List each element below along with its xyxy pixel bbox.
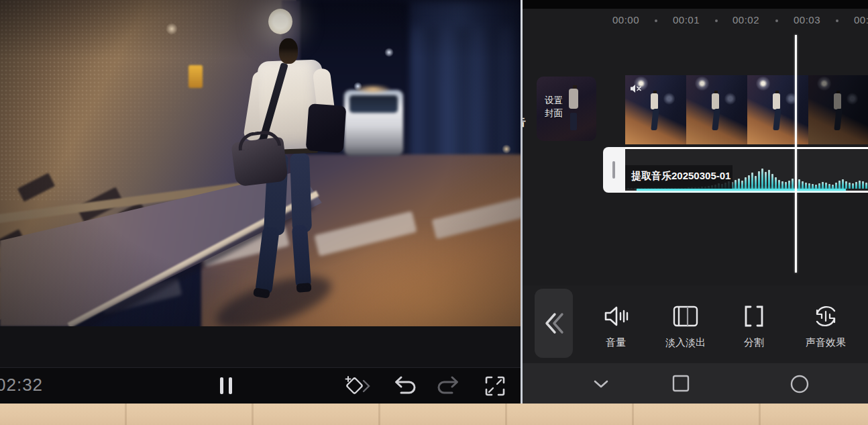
sound-effects-icon	[812, 302, 840, 330]
video-thumbnail	[686, 75, 747, 144]
scene-light	[502, 144, 511, 154]
circle-icon	[790, 374, 810, 394]
video-track-clip[interactable]	[625, 75, 868, 144]
waveform-baseline	[637, 189, 846, 191]
scene-wall-texture	[0, 0, 228, 201]
set-cover-button[interactable]: 设置 封面	[537, 77, 596, 141]
undo-icon	[392, 374, 417, 398]
nav-back-chevron-button[interactable]	[591, 374, 611, 393]
set-cover-label: 设置 封面	[545, 94, 563, 120]
chevron-down-icon	[591, 374, 611, 393]
ruler-tick-label: 00:00	[606, 14, 646, 26]
audio-clip-selected[interactable]: 提取音乐20250305-01	[603, 147, 868, 193]
ruler-dot	[775, 19, 778, 22]
split-icon	[740, 302, 768, 330]
volume-button[interactable]: 音量	[584, 285, 648, 363]
panel-top-strip	[523, 0, 868, 9]
man-bag-dark	[306, 103, 347, 153]
ruler-dot	[715, 19, 718, 22]
square-icon	[671, 374, 690, 393]
sound-effects-button[interactable]: 声音效果	[794, 285, 858, 363]
fullscreen-button[interactable]	[483, 374, 507, 398]
nav-recents-button[interactable]	[671, 374, 690, 393]
clip-trim-handle-left[interactable]	[603, 147, 625, 193]
video-editor-app: 02:32	[0, 0, 868, 425]
walking-man	[221, 27, 369, 326]
preview-letterbox	[0, 326, 521, 367]
time-display: 02:32	[0, 375, 43, 395]
split-label: 分割	[722, 336, 786, 349]
playhead[interactable]	[795, 35, 797, 273]
volume-icon	[602, 302, 630, 330]
fullscreen-icon	[483, 374, 507, 398]
man-shoe	[296, 283, 312, 293]
fade-icon	[671, 302, 700, 330]
ruler-tick-label: 00:01	[666, 14, 706, 26]
timeline-panel: 00:00 00:01 00:02 00:03 00:04 告 设置 封面	[523, 0, 868, 404]
ruler-dot	[655, 19, 657, 22]
fade-button[interactable]: 淡入淡出	[653, 285, 718, 363]
redo-button[interactable]	[436, 374, 462, 398]
double-chevron-left-icon	[535, 289, 573, 358]
nav-home-button[interactable]	[790, 374, 810, 394]
redo-icon	[436, 374, 462, 398]
video-thumbnail	[808, 75, 868, 144]
volume-label: 音量	[584, 336, 648, 349]
sound-effects-label: 声音效果	[794, 336, 858, 349]
video-thumbnail	[747, 75, 808, 144]
ruler-tick-label: 00:04	[847, 14, 868, 26]
keyframe-diamond-icon	[343, 374, 373, 398]
fade-label: 淡入淡出	[653, 336, 718, 349]
man-leg	[290, 153, 312, 233]
scene-yellow-sign	[188, 65, 203, 88]
system-nav-bar	[523, 363, 868, 404]
man-shoulder-bag	[231, 136, 288, 187]
muted-audio-icon	[630, 83, 642, 94]
scene-light	[384, 48, 394, 57]
video-preview-surface[interactable]	[0, 0, 521, 326]
scene-light	[166, 23, 178, 35]
ruler-tick-label: 00:03	[787, 14, 827, 26]
time-ruler[interactable]: 00:00 00:01 00:02 00:03 00:04	[523, 9, 868, 33]
add-keyframe-button[interactable]	[343, 374, 373, 398]
undo-button[interactable]	[392, 374, 417, 398]
audio-toolbar: 音量 淡入淡出 分	[523, 285, 868, 363]
pause-button[interactable]	[216, 374, 237, 397]
desk-surface	[0, 404, 868, 425]
playback-controls-bar: 02:32	[0, 367, 521, 404]
collapse-toolbar-button[interactable]	[535, 289, 573, 358]
man-head	[279, 38, 298, 64]
ruler-dot	[836, 19, 838, 22]
split-button[interactable]: 分割	[722, 285, 786, 363]
clipped-edge-text: 告	[523, 114, 528, 132]
ruler-tick-label: 00:02	[726, 14, 766, 26]
audio-clip-label: 提取音乐20250305-01	[631, 170, 730, 183]
video-preview-panel: 02:32	[0, 0, 521, 404]
